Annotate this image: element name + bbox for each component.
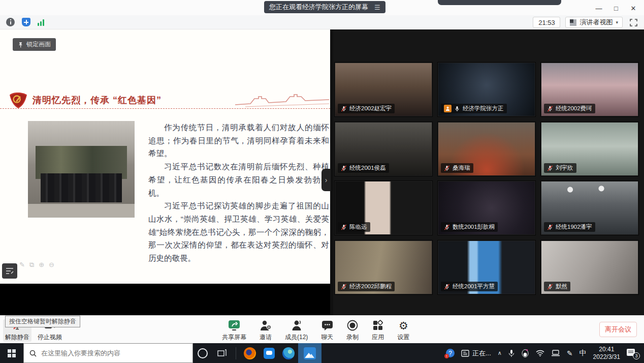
participant-tile[interactable]: 经济2002赵宏宇 — [334, 62, 433, 117]
task-view-button[interactable] — [212, 343, 232, 363]
help-icon[interactable]: ?! — [446, 349, 455, 357]
participant-name-label: 经统2001平方慧 — [441, 282, 498, 291]
record-button[interactable]: 录制 — [346, 319, 359, 342]
chat-button[interactable]: 聊天 — [321, 319, 333, 342]
participant-tile[interactable]: 经济2002邱鹏程 — [334, 240, 433, 295]
window-controls: — □ ✕ — [592, 3, 640, 13]
fullscreen-button[interactable] — [628, 17, 639, 28]
participant-tile[interactable]: 经济学院张方正 — [437, 62, 536, 117]
notification-count-badge: 3 — [633, 352, 640, 359]
meeting-app-button-active[interactable] — [298, 343, 321, 363]
tray-mic-icon[interactable] — [508, 349, 514, 357]
edge-icon — [282, 347, 295, 359]
close-button[interactable]: ✕ — [627, 3, 640, 13]
banner-menu-icon[interactable]: ☰ — [374, 4, 380, 11]
cortana-button[interactable] — [193, 343, 212, 363]
minimize-button[interactable]: — — [592, 3, 605, 13]
share-screen-icon — [228, 319, 241, 331]
collapse-panel-handle[interactable]: › — [321, 169, 331, 191]
participant-name-label: 数统2001彭歆桐 — [441, 222, 498, 232]
search-icon — [29, 350, 37, 357]
view-mode-label: 演讲者视图 — [579, 18, 613, 27]
toolbar-center-group: 共享屏幕 邀请 成员(12) 聊天 — [222, 319, 409, 342]
participant-name-label: 经统1902潘宇 — [544, 222, 595, 232]
mic-on-icon — [454, 106, 460, 112]
meeting-app-icon — [304, 347, 316, 359]
view-mode-button[interactable]: 演讲者视图 ▾ — [565, 17, 623, 28]
annotation-lines-icon — [6, 267, 14, 275]
shared-screen: 锁定画面 清明忆先烈，传承 “红色基因” — [0, 29, 330, 315]
person-icon — [291, 319, 302, 331]
zoom-out-icon[interactable]: ⊖ — [49, 261, 54, 269]
pen-icon[interactable]: ✎ — [567, 349, 573, 357]
participant-name-label: 陈临远 — [338, 222, 370, 232]
notification-center-button[interactable]: 3 — [627, 348, 639, 358]
slide-title: 清明忆先烈，传承 “红色基因” — [33, 94, 162, 106]
meeting-duration: 21:53 — [533, 17, 560, 28]
mic-muted-icon — [341, 284, 347, 290]
taskbar-search[interactable] — [23, 343, 193, 363]
participant-tile[interactable]: 桑海瑞 — [437, 122, 536, 176]
mic-muted-icon — [444, 165, 450, 171]
copy-icon[interactable]: ⧉ — [29, 261, 34, 269]
annotation-tools-button[interactable] — [2, 263, 17, 279]
leave-meeting-button[interactable]: 离开会议 — [599, 322, 637, 337]
taskbar-clock[interactable]: 20:41 2022/3/31 — [593, 346, 620, 361]
windows-taskbar: ?! 正在... ∧ ✎ 中 20:41 2022/3/31 3 — [0, 343, 644, 363]
ime-indicator[interactable]: 中 — [579, 349, 587, 358]
pen-icon[interactable]: ✎ — [19, 261, 25, 269]
participant-tile[interactable]: 经统1902潘宇 — [540, 180, 639, 235]
participant-name-label: 经统2001侯磊 — [338, 163, 389, 173]
person-add-icon — [260, 319, 272, 331]
chat-bubble-icon — [321, 319, 333, 331]
participant-tile[interactable]: 默然 — [540, 240, 639, 295]
main-area: 锁定画面 清明忆先烈，传承 “红色基因” — [0, 29, 644, 315]
wifi-icon[interactable] — [536, 350, 544, 356]
participant-tile[interactable]: 经统2001平方慧 — [437, 240, 536, 295]
great-wall-decoration — [235, 93, 329, 108]
slide-paragraph: 习近平总书记数次在清明前后缅怀先烈、种植希望，让红色基因的传承在阳春之日焕发勃勃… — [148, 160, 329, 199]
network-signal-icon — [38, 19, 44, 26]
participant-tile[interactable]: 陈临远 — [334, 180, 433, 235]
chat-app-button[interactable] — [260, 343, 279, 363]
apps-button[interactable]: 应用 — [372, 319, 384, 342]
floating-toolbar-edge — [438, 0, 561, 5]
news-label: 正在... — [472, 349, 491, 358]
participant-tile[interactable]: 经统2002费珂 — [540, 62, 639, 117]
taskbar-separator — [236, 347, 236, 359]
chevron-right-icon: › — [325, 176, 328, 184]
maximize-button[interactable]: □ — [609, 3, 623, 13]
news-widget[interactable]: 正在... — [461, 349, 491, 358]
settings-button[interactable]: ⚙ 设置 — [397, 319, 409, 342]
pin-view-button[interactable]: 锁定画面 — [13, 38, 56, 51]
edge-button[interactable] — [279, 343, 298, 363]
members-button[interactable]: 成员(12) — [285, 319, 308, 342]
invite-button[interactable]: 邀请 — [260, 319, 272, 342]
participant-tile[interactable]: 刘宇欣 — [540, 122, 639, 176]
meeting-info-icon[interactable] — [6, 18, 15, 26]
pin-icon — [18, 42, 23, 48]
meeting-window: 您正在观看经济学院张方正的屏幕 ☰ — □ ✕ 21:53 演讲者视图 ▾ — [0, 0, 644, 363]
zoom-in-icon[interactable]: ⊕ — [39, 261, 44, 269]
qq-icon[interactable] — [521, 349, 529, 357]
party-emblem-icon — [8, 92, 28, 109]
tray-expand-chevron[interactable]: ∧ — [498, 350, 502, 356]
laptop-icon[interactable] — [551, 350, 560, 356]
slide-photo — [28, 121, 135, 218]
firefox-button[interactable] — [240, 343, 260, 363]
start-button[interactable] — [0, 343, 23, 363]
security-shield-icon[interactable] — [22, 18, 30, 26]
fullscreen-icon — [630, 19, 637, 26]
search-input[interactable] — [41, 349, 178, 357]
annotation-mini-toolbar: ✎ ⧉ ⊕ ⊖ — [19, 261, 54, 269]
participant-grid: 经济2002赵宏宇 经济学院张方正 经统2002费珂 — [333, 29, 644, 315]
participant-tile[interactable]: 经统2001侯磊 — [334, 122, 433, 176]
share-screen-button[interactable]: 共享屏幕 — [222, 319, 246, 342]
mic-muted-icon — [547, 106, 553, 112]
participant-name-label: 默然 — [544, 282, 570, 291]
mic-muted-icon — [444, 284, 450, 290]
mic-muted-icon — [547, 165, 553, 171]
participant-tile[interactable]: 数统2001彭歆桐 — [437, 180, 536, 235]
presenter-badge-icon — [444, 105, 452, 112]
cortana-icon — [198, 348, 208, 358]
